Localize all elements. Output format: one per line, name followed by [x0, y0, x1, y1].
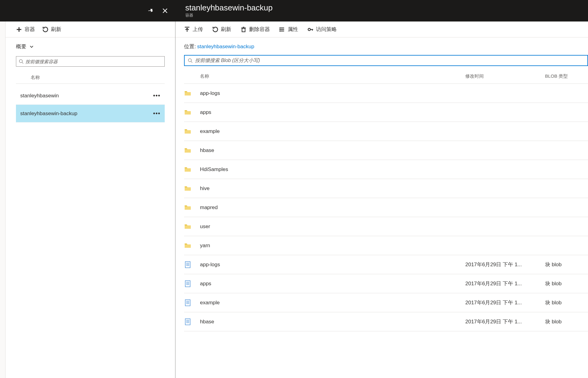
svg-rect-22 — [185, 262, 190, 268]
container-search-box[interactable] — [16, 56, 165, 67]
properties-label: 属性 — [288, 26, 298, 33]
blob-search-box[interactable] — [184, 55, 588, 66]
folder-row[interactable]: example — [184, 122, 588, 141]
location-label: 位置: — [184, 43, 196, 50]
delete-container-button[interactable]: 删除容器 — [240, 26, 270, 33]
file-icon — [184, 280, 200, 287]
more-icon[interactable]: ••• — [153, 110, 160, 117]
search-icon — [188, 58, 193, 63]
row-name: user — [200, 224, 465, 230]
svg-rect-8 — [242, 28, 245, 32]
folder-row[interactable]: apps — [184, 103, 588, 122]
container-item-name: stanleyhbasewin-backup — [20, 111, 77, 117]
file-row[interactable]: app-logs2017年6月29日 下午 1...块 blob — [184, 255, 588, 274]
folder-row[interactable]: HdiSamples — [184, 160, 588, 179]
row-name: app-logs — [200, 262, 465, 268]
svg-point-14 — [280, 28, 280, 28]
folder-icon — [184, 242, 200, 249]
folder-row[interactable]: mapred — [184, 198, 588, 217]
more-icon[interactable]: ••• — [153, 92, 160, 99]
svg-point-15 — [280, 29, 280, 29]
folder-row[interactable]: yarn — [184, 236, 588, 255]
overview-dropdown[interactable]: 概要 — [6, 37, 175, 53]
svg-point-16 — [280, 31, 280, 31]
upload-label: 上传 — [193, 26, 203, 33]
svg-rect-30 — [185, 300, 190, 306]
row-name: yarn — [200, 243, 465, 249]
row-name: app-logs — [200, 90, 465, 96]
page-title: stanleyhbasewin-backup — [185, 3, 588, 12]
key-icon — [307, 26, 313, 33]
folder-icon — [184, 185, 200, 192]
file-row[interactable]: apps2017年6月29日 下午 1...块 blob — [184, 274, 588, 293]
row-modified: 2017年6月29日 下午 1... — [465, 261, 545, 268]
refresh-blobs-button[interactable]: 刷新 — [212, 26, 231, 33]
blobs-toolbar: 上传 刷新 删除容器 属性 — [175, 21, 588, 37]
folder-row[interactable]: app-logs — [184, 84, 588, 103]
file-icon — [184, 318, 200, 325]
row-type: 块 blob — [545, 318, 588, 325]
folder-row[interactable]: user — [184, 217, 588, 236]
row-name: hive — [200, 185, 465, 192]
delete-container-label: 删除容器 — [249, 26, 270, 33]
header-left-controls — [0, 8, 175, 14]
row-name: mapred — [200, 205, 465, 211]
folder-icon — [184, 166, 200, 173]
container-item[interactable]: stanleyhbasewin-backup••• — [16, 105, 165, 123]
blob-table-header: 名称 修改时间 BLOB 类型 — [184, 69, 588, 84]
file-row[interactable]: hbase2017年6月29日 下午 1...块 blob — [184, 312, 588, 331]
row-name: hbase — [200, 319, 465, 325]
row-modified: 2017年6月29日 下午 1... — [465, 318, 545, 325]
container-item[interactable]: stanleyhbasewin••• — [16, 87, 165, 105]
properties-icon — [279, 26, 285, 33]
blob-search-input[interactable] — [195, 58, 584, 63]
row-name: example — [200, 128, 465, 134]
trash-icon — [240, 26, 247, 33]
row-name: apps — [200, 109, 465, 115]
refresh-containers-button[interactable]: 刷新 — [42, 26, 61, 33]
header-title-area: stanleyhbasewin-backup 容器 — [175, 3, 588, 18]
row-name: apps — [200, 281, 465, 287]
col-type[interactable]: BLOB 类型 — [545, 73, 588, 79]
refresh-containers-label: 刷新 — [51, 26, 61, 33]
container-search-wrap — [6, 53, 175, 72]
container-list: stanleyhbasewin•••stanleyhbasewin-backup… — [6, 87, 175, 123]
svg-rect-19 — [312, 29, 313, 30]
container-item-name: stanleyhbasewin — [20, 93, 59, 99]
access-policy-button[interactable]: 访问策略 — [307, 26, 337, 33]
row-type: 块 blob — [545, 280, 588, 287]
left-gutter — [0, 21, 6, 378]
refresh-blobs-label: 刷新 — [221, 26, 231, 33]
folder-row[interactable]: hive — [184, 179, 588, 198]
folder-row[interactable]: hbase — [184, 141, 588, 160]
refresh-icon — [212, 26, 218, 33]
row-name: example — [200, 300, 465, 306]
blob-search-wrap — [175, 53, 588, 69]
row-name: hbase — [200, 147, 465, 154]
svg-point-4 — [19, 60, 22, 63]
row-type: 块 blob — [545, 261, 588, 268]
add-container-button[interactable]: 容器 — [16, 26, 35, 33]
pin-icon[interactable] — [147, 8, 153, 14]
folder-icon — [184, 109, 200, 116]
folder-icon — [184, 223, 200, 230]
container-search-input[interactable] — [25, 59, 162, 64]
folder-icon — [184, 147, 200, 154]
col-name[interactable]: 名称 — [200, 73, 465, 79]
chevron-down-icon — [29, 45, 34, 49]
page-subtitle: 容器 — [185, 13, 588, 18]
main-layout: 容器 刷新 概要 名称 stanleyhbase — [0, 21, 588, 378]
header-bar: stanleyhbasewin-backup 容器 — [0, 0, 588, 21]
close-icon[interactable] — [162, 8, 168, 14]
properties-button[interactable]: 属性 — [279, 26, 298, 33]
folder-icon — [184, 90, 200, 97]
blob-table: 名称 修改时间 BLOB 类型 app-logsappsexamplehbase… — [175, 69, 588, 378]
containers-panel: 容器 刷新 概要 名称 stanleyhbase — [6, 21, 175, 378]
col-modified[interactable]: 修改时间 — [465, 73, 545, 79]
plus-icon — [16, 26, 22, 33]
upload-button[interactable]: 上传 — [184, 26, 203, 33]
file-row[interactable]: example2017年6月29日 下午 1...块 blob — [184, 293, 588, 312]
upload-icon — [184, 26, 190, 33]
row-type: 块 blob — [545, 299, 588, 306]
location-link[interactable]: stanleyhbasewin-backup — [197, 44, 254, 50]
